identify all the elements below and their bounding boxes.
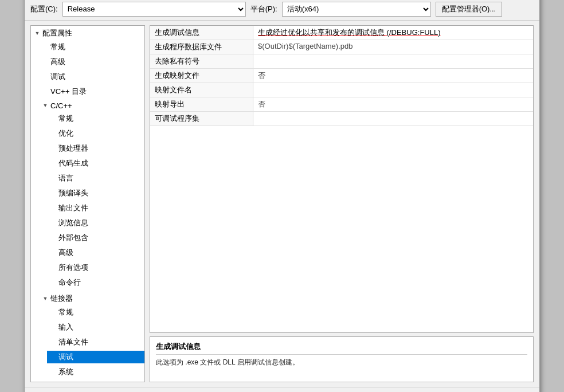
prop-row[interactable]: 映射文件名 [150, 83, 533, 97]
tree-node-cpp-output[interactable]: 输出文件 [47, 201, 144, 215]
tree-toggle-cpp: ▼ [41, 101, 49, 109]
tree-node-linker-input[interactable]: 输入 [47, 320, 144, 335]
tree-label-linker: 链接器 [50, 293, 73, 304]
tree-label-cpp-pch: 预编译头 [58, 188, 88, 198]
description-pane: 生成调试信息 此选项为 .exe 文件或 DLL 启用调试信息创建。 [150, 336, 534, 382]
tree-node-vc-dirs[interactable]: VC++ 目录 [39, 84, 144, 99]
prop-name: 可调试程序集 [150, 112, 253, 126]
tree-label-linker-system: 系统 [58, 367, 73, 377]
tree-node-config-props[interactable]: ▼配置属性常规高级调试VC++ 目录▼C/C++常规优化预处理器代码生成语言预编… [31, 26, 144, 382]
config-select[interactable]: Release [62, 2, 246, 17]
tree-label-debug: 调试 [50, 72, 65, 82]
config-label: 配置(C): [30, 4, 58, 14]
tree-node-cpp-codegen[interactable]: 代码生成 [47, 156, 144, 171]
tree-toggle-config-props: ▼ [33, 29, 41, 37]
prop-name: 生成调试信息 [150, 26, 253, 40]
prop-name: 去除私有符号 [150, 54, 253, 68]
prop-value [253, 83, 533, 97]
tree-node-advanced[interactable]: 高级 [39, 54, 144, 69]
description-title: 生成调试信息 [156, 342, 527, 355]
prop-value: 否 [253, 69, 533, 83]
tree-label-linker-manifest: 清单文件 [58, 337, 88, 347]
tree-label-linker-general: 常规 [58, 307, 73, 317]
prop-name: 映射导出 [150, 97, 253, 111]
props-table: 生成调试信息生成经过优化以共享和发布的调试信息 (/DEBUG:FULL)生成程… [150, 25, 534, 333]
content-pane: 生成调试信息生成经过优化以共享和发布的调试信息 (/DEBUG:FULL)生成程… [150, 25, 534, 382]
prop-value: 生成经过优化以共享和发布的调试信息 (/DEBUG:FULL) [253, 26, 533, 40]
tree-label-cpp-browse: 浏览信息 [58, 218, 88, 228]
tree-node-linker[interactable]: ▼链接器常规输入清单文件调试系统 [39, 291, 144, 381]
tree-label-cpp-adv: 高级 [58, 248, 73, 258]
tree-node-linker-general[interactable]: 常规 [47, 305, 144, 320]
tree-node-linker-debug[interactable]: 调试 [47, 350, 144, 364]
tree-label-linker-debug: 调试 [58, 352, 73, 362]
description-text: 此选项为 .exe 文件或 DLL 启用调试信息创建。 [156, 357, 527, 367]
tree-node-cpp-optimize[interactable]: 优化 [47, 126, 144, 141]
tree-node-linker-system[interactable]: 系统 [47, 364, 144, 379]
tree-node-cpp-external[interactable]: 外部包含 [47, 230, 144, 245]
tree-node-cpp-lang[interactable]: 语言 [47, 171, 144, 186]
tree-toggle-linker: ▼ [41, 295, 49, 303]
tree-node-cpp-adv[interactable]: 高级 [47, 245, 144, 260]
prop-value: $(OutDir)$(TargetName).pdb [253, 40, 533, 54]
tree-label-cpp: C/C++ [50, 101, 72, 110]
tree-label-linker-input: 输入 [58, 322, 73, 332]
prop-row[interactable]: 生成映射文件否 [150, 69, 533, 83]
footer-row: 确定 取消 应用(A) [25, 387, 539, 393]
prop-value [253, 112, 533, 126]
prop-name: 映射文件名 [150, 83, 253, 97]
tree-label-advanced: 高级 [50, 57, 65, 67]
tree-node-cpp-cmdline[interactable]: 命令行 [47, 275, 144, 290]
prop-row[interactable]: 生成调试信息生成经过优化以共享和发布的调试信息 (/DEBUG:FULL) [150, 26, 533, 40]
toolbar-row: 配置(C): Release 平台(P): 活动(x64) 配置管理器(O)..… [25, 0, 539, 21]
prop-value [253, 54, 533, 68]
tree-node-cpp-browse[interactable]: 浏览信息 [47, 215, 144, 230]
platform-select[interactable]: 活动(x64) [282, 2, 431, 17]
tree-label-cpp-optimize: 优化 [58, 128, 73, 139]
tree-node-general[interactable]: 常规 [39, 40, 144, 54]
tree-label-cpp-all: 所有选项 [58, 262, 88, 273]
prop-row[interactable]: 去除私有符号 [150, 54, 533, 69]
tree-label-cpp-codegen: 代码生成 [58, 158, 88, 168]
prop-row[interactable]: 可调试程序集 [150, 112, 533, 126]
tree-node-linker-manifest[interactable]: 清单文件 [47, 335, 144, 350]
tree-node-cpp[interactable]: ▼C/C++常规优化预处理器代码生成语言预编译头输出文件浏览信息外部包含高级所有… [39, 99, 144, 291]
tree-label-general: 常规 [50, 42, 65, 52]
tree-label-cpp-lang: 语言 [58, 173, 73, 183]
tree-label-cpp-output: 输出文件 [58, 203, 88, 213]
tree-node-cpp-pch[interactable]: 预编译头 [47, 186, 144, 201]
platform-label: 平台(P): [250, 4, 277, 14]
config-mgr-button[interactable]: 配置管理器(O)... [436, 2, 503, 17]
tree-label-cpp-external: 外部包含 [58, 233, 88, 243]
dialog: MFC 属性页 ? ✕ 配置(C): Release 平台(P): 活动(x64… [24, 0, 540, 392]
tree-pane: ▼配置属性常规高级调试VC++ 目录▼C/C++常规优化预处理器代码生成语言预编… [30, 25, 145, 382]
tree-label-cpp-cmdline: 命令行 [58, 277, 81, 288]
tree-label-cpp-preprocess: 预处理器 [58, 143, 88, 154]
prop-name: 生成程序数据库文件 [150, 40, 253, 54]
prop-name: 生成映射文件 [150, 69, 253, 83]
tree-node-cpp-general[interactable]: 常规 [47, 111, 144, 126]
tree-node-cpp-preprocess[interactable]: 预处理器 [47, 141, 144, 156]
tree-node-cpp-all[interactable]: 所有选项 [47, 260, 144, 275]
tree-label-cpp-general: 常规 [58, 113, 73, 124]
main-body: ▼配置属性常规高级调试VC++ 目录▼C/C++常规优化预处理器代码生成语言预编… [25, 21, 539, 387]
prop-value: 否 [253, 97, 533, 111]
prop-row[interactable]: 生成程序数据库文件$(OutDir)$(TargetName).pdb [150, 40, 533, 54]
tree-label-config-props: 配置属性 [42, 28, 72, 38]
prop-row[interactable]: 映射导出否 [150, 97, 533, 112]
tree-node-debug[interactable]: 调试 [39, 69, 144, 84]
tree-label-vc-dirs: VC++ 目录 [50, 87, 87, 97]
